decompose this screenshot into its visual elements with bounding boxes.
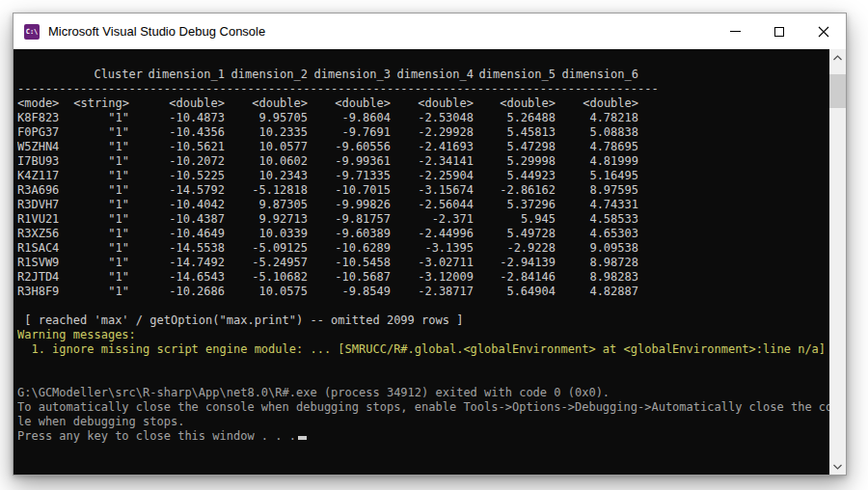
table-cell: -3.15674 — [391, 183, 474, 198]
table-cell: -5.12818 — [225, 183, 308, 198]
table-cell: -10.5687 — [308, 270, 391, 285]
spacer — [17, 299, 829, 313]
table-cell: 8.97595 — [556, 183, 638, 198]
process-exit-message: G:\GCModeller\src\R-sharp\App\net8.0\R#.… — [17, 386, 829, 400]
table-cell: 4.74331 — [556, 198, 638, 212]
spacer — [17, 53, 829, 68]
debug-console-window: C:\ Microsoft Visual Studio Debug Consol… — [13, 13, 847, 476]
table-cell: 9.95705 — [225, 111, 308, 125]
table-cell: -2.9228 — [474, 241, 556, 256]
table-cell: 9.87305 — [225, 198, 308, 212]
table-cell: <double> — [143, 96, 225, 111]
close-hint-line-1: To automatically close the console when … — [17, 400, 829, 415]
table-cell: 10.0575 — [225, 285, 308, 299]
table-separator: ----------------------------------------… — [17, 82, 829, 96]
table-cell: -10.4042 — [143, 198, 225, 212]
table-cell: 10.0339 — [225, 227, 308, 241]
minimize-button[interactable] — [713, 14, 757, 49]
table-cell: 8.98283 — [556, 270, 638, 285]
close-icon — [818, 26, 829, 38]
table-cell: R3DVH7 — [17, 198, 66, 212]
table-cell: -9.60389 — [308, 227, 391, 241]
table-cell: -10.2686 — [143, 285, 225, 299]
close-button[interactable] — [801, 14, 846, 49]
table-cell: "1" — [66, 285, 143, 299]
table-cell: 5.08838 — [556, 125, 638, 140]
table-cell: -2.94139 — [474, 256, 556, 270]
table-cell: "1" — [66, 270, 143, 285]
table-cell: <double> — [474, 96, 556, 111]
table-row: R1SAC4"1"-14.5538-5.09125-10.6289-3.1395… — [17, 241, 829, 256]
table-row: R1SVW9"1"-14.7492-5.24957-10.5458-3.0271… — [17, 256, 829, 270]
table-cell: -10.5621 — [143, 140, 225, 154]
scrollbar-thumb[interactable] — [829, 74, 846, 108]
table-cell: 5.29998 — [474, 154, 556, 169]
table-cell: K8F823 — [17, 111, 66, 125]
table-cell: dimension_6 — [556, 68, 638, 82]
table-cell: W5ZHN4 — [17, 140, 66, 154]
table-cell: -2.371 — [391, 212, 474, 227]
table-cell: R3XZ56 — [17, 227, 66, 241]
table-cell: -9.60556 — [308, 140, 391, 154]
table-cell: -10.2072 — [143, 154, 225, 169]
table-header-row: Clusterdimension_1dimension_2dimension_3… — [17, 68, 829, 82]
table-cell: 4.82887 — [556, 285, 638, 299]
table-cell: "1" — [66, 256, 143, 270]
table-cell: -10.6289 — [308, 241, 391, 256]
table-cell: <double> — [556, 96, 638, 111]
table-cell: F0PG37 — [17, 125, 66, 140]
table-cell: -2.38717 — [391, 285, 474, 299]
table-cell: -14.6543 — [143, 270, 225, 285]
table-cell: I7BU93 — [17, 154, 66, 169]
table-cell: -2.86162 — [474, 183, 556, 198]
table-cell: <string> — [66, 96, 143, 111]
table-cell: <mode> — [17, 96, 66, 111]
maximize-icon — [774, 27, 784, 37]
spacer — [17, 371, 829, 386]
table-cell: R3H8F9 — [17, 285, 66, 299]
table-row: K4Z117"1"-10.522510.2343-9.71335-2.25904… — [17, 169, 829, 183]
table-cell: -10.7015 — [308, 183, 391, 198]
window-body: Clusterdimension_1dimension_2dimension_3… — [14, 49, 846, 475]
table-cell: -2.56044 — [391, 198, 474, 212]
warning-message: 1. ignore missing script engine module: … — [17, 342, 829, 357]
table-cell: 5.44923 — [474, 169, 556, 183]
table-cell: -10.4356 — [143, 125, 225, 140]
window-controls — [713, 14, 846, 49]
table-cell: -9.99361 — [308, 154, 391, 169]
chevron-up-icon — [833, 55, 842, 61]
table-cell: 5.45813 — [474, 125, 556, 140]
table-cell: -9.7691 — [308, 125, 391, 140]
table-cell: -10.5225 — [143, 169, 225, 183]
table-cell: "1" — [66, 183, 143, 198]
table-cell: dimension_2 — [225, 68, 308, 82]
table-cell: 4.81999 — [556, 154, 638, 169]
maximize-button[interactable] — [757, 14, 801, 49]
table-row: K8F823"1"-10.48739.95705-9.8604-2.530485… — [17, 111, 829, 125]
console-output[interactable]: Clusterdimension_1dimension_2dimension_3… — [14, 49, 829, 475]
table-row: F0PG37"1"-10.435610.2335-9.7691-2.299285… — [17, 125, 829, 140]
scroll-down-button[interactable] — [829, 458, 846, 475]
title-bar[interactable]: C:\ Microsoft Visual Studio Debug Consol… — [14, 14, 846, 49]
table-cell: 5.16495 — [556, 169, 638, 183]
console-app-icon[interactable]: C:\ — [24, 24, 40, 40]
scrollbar[interactable] — [829, 49, 846, 475]
table-cell: -10.4387 — [143, 212, 225, 227]
table-cell: -2.29928 — [391, 125, 474, 140]
table-cell: <double> — [225, 96, 308, 111]
table-cell: dimension_3 — [308, 68, 391, 82]
table-cell: -10.5458 — [308, 256, 391, 270]
data-table: Clusterdimension_1dimension_2dimension_3… — [17, 68, 829, 299]
table-types-row: <mode><string><double><double><double><d… — [17, 96, 829, 111]
scroll-up-button[interactable] — [829, 49, 846, 66]
table-cell: K4Z117 — [17, 169, 66, 183]
table-cell: "1" — [66, 140, 143, 154]
table-cell: R1VU21 — [17, 212, 66, 227]
table-cell: -9.71335 — [308, 169, 391, 183]
table-cell: <double> — [391, 96, 474, 111]
table-cell: dimension_1 — [143, 68, 225, 82]
table-cell: -9.8549 — [308, 285, 391, 299]
minimize-icon — [730, 31, 741, 32]
spacer — [17, 357, 829, 371]
table-row: R3XZ56"1"-10.464910.0339-9.60389-2.44996… — [17, 227, 829, 241]
